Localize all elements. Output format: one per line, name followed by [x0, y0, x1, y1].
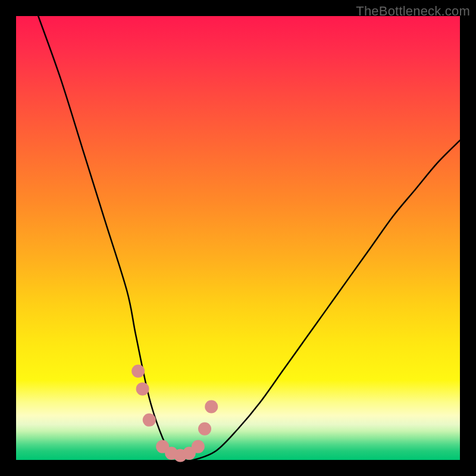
plot-area — [16, 16, 460, 460]
highlight-dot — [143, 414, 156, 427]
bottleneck-curve-path — [38, 16, 460, 461]
highlight-dot — [136, 383, 149, 396]
curve-layer — [16, 16, 460, 460]
highlight-dot — [205, 400, 218, 413]
highlight-dot — [198, 422, 211, 436]
chart-frame: TheBottleneck.com — [0, 0, 476, 476]
highlight-dot — [192, 440, 205, 453]
highlight-dot — [131, 365, 145, 378]
